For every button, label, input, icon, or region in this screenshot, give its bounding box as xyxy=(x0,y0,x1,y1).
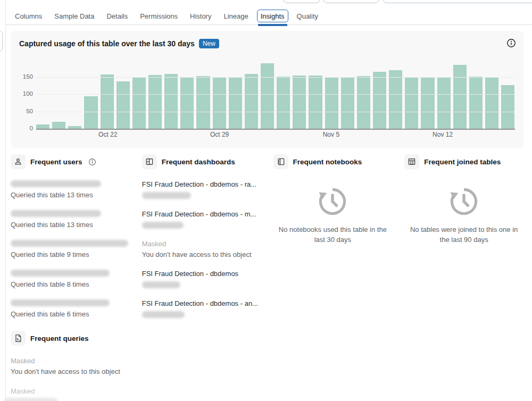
focus-ring xyxy=(257,10,288,22)
dashboard-row[interactable]: FSI Fraud Detection - dbdemos xyxy=(142,270,261,288)
bar xyxy=(501,85,514,129)
section-title: Frequent users xyxy=(30,158,82,166)
info-icon[interactable] xyxy=(506,38,516,48)
section-frequent-users: Frequent users Queried this table 13 tim… xyxy=(11,154,130,318)
toolbar-button-cutoff-1[interactable] xyxy=(284,0,320,3)
section-frequent-notebooks: Frequent notebooks No notebooks used thi… xyxy=(273,154,393,318)
tab-history[interactable]: History xyxy=(190,7,211,25)
section-title: Frequent queries xyxy=(30,335,89,342)
x-axis-tick-label: Nov 5 xyxy=(307,131,355,138)
bar xyxy=(309,76,322,129)
dashboard-row[interactable]: FSI Fraud Detection - dbdemos - m... xyxy=(142,210,261,229)
masked-label: Masked xyxy=(142,240,261,248)
section-frequent-queries: Frequent queries Masked You don't have a… xyxy=(11,331,138,395)
dashboard-title[interactable]: FSI Fraud Detection - dbdemos - m... xyxy=(142,210,261,218)
bar xyxy=(293,76,306,129)
bar xyxy=(117,81,130,129)
new-badge: New xyxy=(199,39,219,48)
redacted-user-name xyxy=(11,180,101,187)
toolbar-search-input-cutoff[interactable] xyxy=(383,0,532,3)
section-frequent-dashboards: Frequent dashboards FSI Fraud Detection … xyxy=(142,154,261,318)
tab-insights[interactable]: Insights xyxy=(261,7,285,25)
frequent-user-row[interactable]: Queried this table 8 times xyxy=(11,270,130,288)
query-file-icon xyxy=(11,331,26,346)
x-axis-tick-label: Oct 22 xyxy=(84,131,132,138)
section-title: Frequent dashboards xyxy=(162,158,235,166)
bar xyxy=(84,96,97,129)
x-axis-tick-label: Oct 29 xyxy=(196,131,244,138)
tab-columns[interactable]: Columns xyxy=(15,7,42,25)
tab-sample-data[interactable]: Sample Data xyxy=(54,7,94,25)
user-icon xyxy=(11,154,26,169)
bar xyxy=(245,74,258,129)
redacted-query-fragment xyxy=(4,398,57,401)
y-axis-tick-label: 100 xyxy=(11,90,33,97)
bar xyxy=(261,63,274,129)
bar xyxy=(213,78,226,129)
bar xyxy=(373,72,386,129)
tab-permissions[interactable]: Permissions xyxy=(140,7,178,25)
dashboard-icon xyxy=(142,154,157,169)
joined-tables-empty-state: No tables were joined to this one in the… xyxy=(404,185,523,245)
redacted-user-name xyxy=(11,210,101,217)
frequent-user-row[interactable]: Queried this table 9 times xyxy=(11,240,130,258)
redacted-dashboard-meta xyxy=(142,192,191,199)
dashboard-row[interactable]: FSI Fraud Detection - dbdemos - an... xyxy=(142,299,261,318)
left-panel-divider xyxy=(5,0,6,401)
user-query-count: Queried this table 8 times xyxy=(11,280,130,288)
dashboard-title[interactable]: FSI Fraud Detection - dbdemos - an... xyxy=(142,299,261,307)
notebook-icon xyxy=(273,154,288,169)
empty-message: No tables were joined to this one in the… xyxy=(404,224,523,245)
user-query-count: Queried this table 13 times xyxy=(11,191,130,199)
redacted-dashboard-meta xyxy=(142,311,185,318)
bar xyxy=(229,78,242,129)
bar xyxy=(421,78,434,129)
bar xyxy=(148,75,162,129)
empty-message: No notebooks used this table in the last… xyxy=(273,224,393,245)
insight-sections: Frequent users Queried this table 13 tim… xyxy=(11,154,523,318)
table-icon xyxy=(404,154,419,169)
section-frequent-joined-tables: Frequent joined tables No tables were jo… xyxy=(404,154,523,318)
left-panel-edge xyxy=(0,30,3,52)
usage-panel-title: Captured usage of this table over the la… xyxy=(19,39,195,48)
frequent-user-row[interactable]: Queried this table 13 times xyxy=(11,180,130,199)
section-title: Frequent notebooks xyxy=(293,158,362,166)
y-axis-tick-label: 150 xyxy=(11,73,33,80)
chart-x-axis xyxy=(36,129,515,130)
user-query-count: Queried this table 9 times xyxy=(11,250,130,258)
history-icon xyxy=(316,185,349,218)
bar xyxy=(277,77,290,129)
tab-quality[interactable]: Quality xyxy=(297,7,318,25)
dashboard-title[interactable]: FSI Fraud Detection - dbdemos - ra... xyxy=(142,180,261,188)
toolbar-button-cutoff-2[interactable] xyxy=(323,0,379,3)
dashboard-title[interactable]: FSI Fraud Detection - dbdemos xyxy=(142,270,261,278)
users-info-icon[interactable] xyxy=(88,158,96,166)
tab-lineage[interactable]: Lineage xyxy=(223,7,248,25)
query-row-masked: Masked xyxy=(11,387,138,395)
bar xyxy=(164,74,178,129)
bar xyxy=(469,77,483,129)
bar xyxy=(485,78,498,129)
bar xyxy=(405,78,418,129)
x-axis-tick-label: Nov 12 xyxy=(419,131,467,138)
query-row-masked: Masked You don't have access to this obj… xyxy=(11,357,138,375)
section-title: Frequent joined tables xyxy=(424,158,501,166)
tab-details[interactable]: Details xyxy=(106,7,128,25)
redacted-dashboard-meta xyxy=(142,281,180,288)
tab-bar: Columns Sample Data Details Permissions … xyxy=(6,7,532,25)
dashboard-row[interactable]: FSI Fraud Detection - dbdemos - ra... xyxy=(142,180,261,199)
bar xyxy=(36,124,49,129)
frequent-user-row[interactable]: Queried this table 13 times xyxy=(11,210,130,229)
bar xyxy=(453,65,467,129)
bar xyxy=(389,70,402,129)
frequent-user-row[interactable]: Queried this table 6 times xyxy=(11,299,130,318)
y-axis-tick-label: 0 xyxy=(11,125,33,131)
bar xyxy=(132,78,146,129)
insights-page: Columns Sample Data Details Permissions … xyxy=(0,0,532,401)
bar xyxy=(196,76,210,129)
bar xyxy=(325,78,338,129)
user-query-count: Queried this table 13 times xyxy=(11,221,130,229)
masked-label: Masked xyxy=(11,387,138,395)
history-icon xyxy=(447,185,480,218)
masked-note: You don't have access to this object xyxy=(142,250,261,258)
